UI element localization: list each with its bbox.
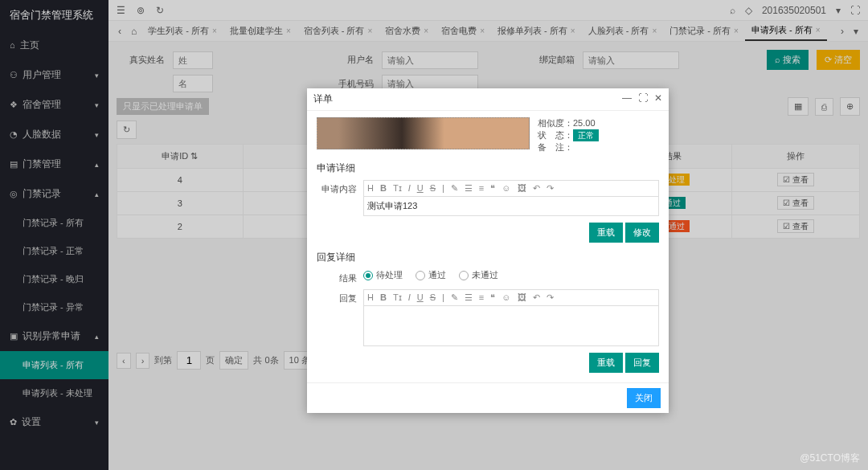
- status-badge: 正常: [573, 129, 599, 141]
- reset-button-1[interactable]: 重载: [589, 223, 623, 243]
- face-image: [317, 117, 530, 149]
- section-apply: 申请详细: [317, 161, 659, 175]
- editor-toolbar-2[interactable]: HBTɪIUS|✎☰≡❝☺🖼↶↷: [363, 289, 659, 306]
- reset-button-2[interactable]: 重载: [589, 353, 623, 373]
- watermark: @51CTO博客: [800, 452, 860, 465]
- close-button[interactable]: 关闭: [627, 388, 661, 408]
- minimize-icon[interactable]: —: [622, 92, 632, 106]
- content-label: 申请内容: [317, 180, 357, 195]
- radio-0[interactable]: 待处理: [363, 269, 403, 281]
- result-label: 结果: [317, 269, 357, 284]
- reply-button[interactable]: 回复: [625, 353, 659, 373]
- modal-title: 详单: [313, 92, 333, 106]
- content-editor[interactable]: 测试申请123: [363, 197, 659, 216]
- radio-1[interactable]: 通过: [416, 269, 446, 281]
- reply-label: 回复: [317, 289, 357, 304]
- radio-2[interactable]: 未通过: [459, 269, 498, 281]
- modify-button[interactable]: 修改: [625, 223, 659, 243]
- reply-editor[interactable]: [363, 306, 659, 346]
- editor-toolbar-1[interactable]: HBTɪIUS|✎☰≡❝☺🖼↶↷: [363, 180, 659, 197]
- detail-modal: 详单 — ⛶ ✕ 相似度：25.00 状 态：正常 备 注： 申请详细 申请内容…: [307, 88, 669, 413]
- section-reply: 回复详细: [317, 251, 659, 264]
- close-icon[interactable]: ✕: [654, 92, 662, 106]
- maximize-icon[interactable]: ⛶: [638, 92, 648, 106]
